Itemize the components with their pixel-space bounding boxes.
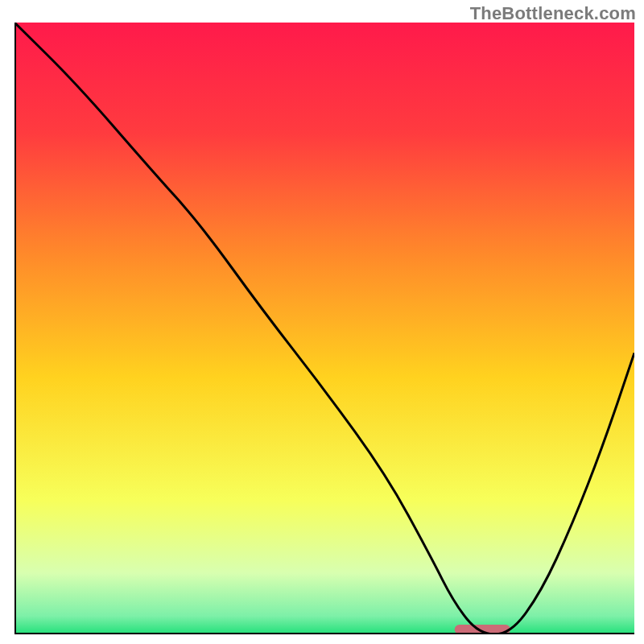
chart-container: TheBottleneck.com <box>0 0 644 644</box>
gradient-fill <box>14 23 634 634</box>
watermark-text: TheBottleneck.com <box>470 3 636 24</box>
chart-svg <box>14 23 634 634</box>
plot-area <box>14 23 634 634</box>
